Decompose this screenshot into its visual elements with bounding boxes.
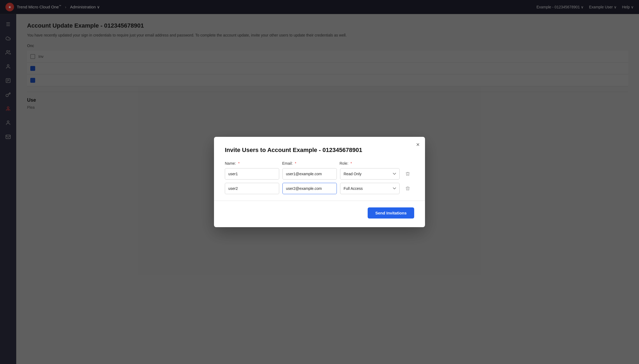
send-invitations-button[interactable]: Send Invitations: [368, 207, 414, 219]
user1-delete-button[interactable]: [403, 169, 413, 179]
modal-close-button[interactable]: ×: [416, 142, 420, 148]
user1-role-select[interactable]: Read Only Full Access Administrator: [340, 168, 400, 180]
user2-role-select[interactable]: Read Only Full Access Administrator: [340, 183, 400, 194]
user1-name-input[interactable]: [225, 168, 279, 180]
user1-email-input[interactable]: [282, 168, 337, 180]
modal-title: Invite Users to Account Example - 012345…: [225, 147, 414, 154]
email-column-header: Email: *: [282, 161, 336, 166]
modal-footer: Send Invitations: [225, 207, 414, 219]
modal-divider: [214, 201, 425, 201]
user2-email-input[interactable]: [282, 183, 337, 194]
form-headers: Name: * Email: * Role: *: [225, 161, 414, 166]
user-row-2: Read Only Full Access Administrator: [225, 183, 414, 194]
name-required-marker: *: [238, 161, 239, 166]
name-column-header: Name: *: [225, 161, 279, 166]
invite-users-modal: × Invite Users to Account Example - 0123…: [214, 137, 425, 227]
role-required-marker: *: [351, 161, 352, 166]
modal-overlay: × Invite Users to Account Example - 0123…: [0, 0, 639, 364]
email-required-marker: *: [295, 161, 296, 166]
user2-delete-button[interactable]: [403, 184, 413, 193]
user2-name-input[interactable]: [225, 183, 279, 194]
role-column-header: Role: *: [340, 161, 399, 166]
user-row-1: Read Only Full Access Administrator: [225, 168, 414, 180]
